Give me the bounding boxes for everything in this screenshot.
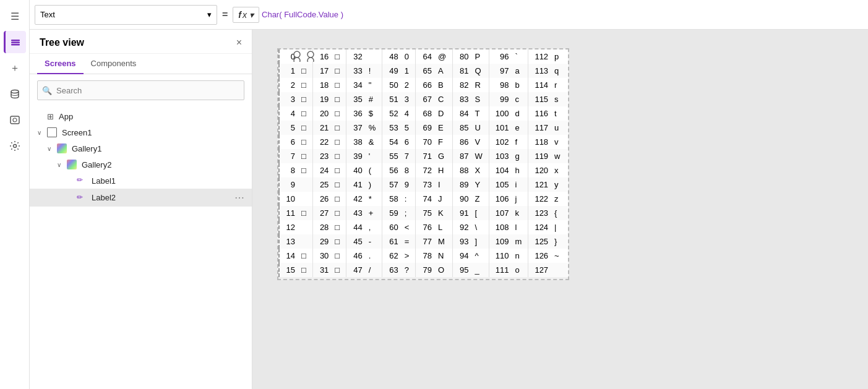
- ascii-char-cell[interactable]: -: [366, 234, 382, 249]
- ascii-number-cell[interactable]: 5: [279, 121, 299, 135]
- ascii-char-cell[interactable]: □: [299, 64, 312, 78]
- ascii-number-cell[interactable]: 84: [453, 106, 473, 121]
- ascii-number-cell[interactable]: 51: [382, 92, 402, 106]
- ascii-char-cell[interactable]: :: [402, 192, 416, 206]
- ascii-char-cell[interactable]: *: [366, 192, 382, 206]
- ascii-number-cell[interactable]: 117: [528, 121, 552, 135]
- ascii-char-cell[interactable]: n: [513, 249, 528, 263]
- ascii-char-cell[interactable]: [299, 177, 312, 192]
- ascii-char-cell[interactable]: □: [299, 121, 312, 135]
- ascii-char-cell[interactable]: [552, 263, 567, 277]
- ascii-char-cell[interactable]: □: [332, 220, 346, 234]
- ascii-char-cell[interactable]: □: [299, 78, 312, 92]
- ascii-number-cell[interactable]: 66: [416, 78, 436, 92]
- ascii-number-cell[interactable]: 99: [489, 92, 512, 106]
- ascii-number-cell[interactable]: 69: [416, 121, 436, 135]
- ascii-char-cell[interactable]: □: [299, 206, 312, 220]
- ascii-number-cell[interactable]: 77: [416, 234, 436, 249]
- tree-item-gallery1[interactable]: ∨ Gallery1: [30, 140, 252, 156]
- ascii-number-cell[interactable]: 70: [416, 135, 436, 149]
- ascii-number-cell[interactable]: 86: [453, 135, 473, 149]
- ascii-number-cell[interactable]: 115: [528, 92, 552, 106]
- ascii-number-cell[interactable]: 42: [346, 192, 366, 206]
- ascii-number-cell[interactable]: 126: [528, 249, 552, 263]
- ascii-number-cell[interactable]: 94: [453, 249, 473, 263]
- ascii-char-cell[interactable]: [299, 234, 312, 249]
- ascii-number-cell[interactable]: 12: [279, 220, 299, 234]
- ascii-char-cell[interactable]: 3: [402, 92, 416, 106]
- ascii-number-cell[interactable]: 14: [279, 249, 299, 263]
- ascii-number-cell[interactable]: 75: [416, 206, 436, 220]
- ascii-number-cell[interactable]: 27: [312, 206, 332, 220]
- ascii-number-cell[interactable]: 71: [416, 149, 436, 163]
- ascii-char-cell[interactable]: >: [402, 249, 416, 263]
- panel-close-button[interactable]: ×: [236, 37, 242, 48]
- ascii-number-cell[interactable]: 121: [528, 177, 552, 192]
- ascii-number-cell[interactable]: 101: [489, 121, 512, 135]
- ascii-number-cell[interactable]: 112: [528, 49, 552, 64]
- ascii-char-cell[interactable]: &: [366, 135, 382, 149]
- ascii-char-cell[interactable]: {: [552, 206, 567, 220]
- ascii-char-cell[interactable]: □: [299, 249, 312, 263]
- ascii-char-cell[interactable]: 8: [402, 163, 416, 177]
- ascii-char-cell[interactable]: l: [513, 220, 528, 234]
- ascii-char-cell[interactable]: b: [513, 78, 528, 92]
- ascii-number-cell[interactable]: 53: [382, 121, 402, 135]
- ascii-number-cell[interactable]: 97: [489, 64, 512, 78]
- ascii-number-cell[interactable]: 31: [312, 263, 332, 277]
- ascii-number-cell[interactable]: 95: [453, 263, 473, 277]
- ascii-number-cell[interactable]: 127: [528, 263, 552, 277]
- ascii-char-cell[interactable]: +: [366, 206, 382, 220]
- ascii-char-cell[interactable]: f: [513, 135, 528, 149]
- ascii-number-cell[interactable]: 29: [312, 234, 332, 249]
- ascii-char-cell[interactable]: □: [332, 92, 346, 106]
- tree-item-label2[interactable]: ✏ Label2 ⋯: [30, 189, 252, 207]
- ascii-number-cell[interactable]: 114: [528, 78, 552, 92]
- ascii-char-cell[interactable]: O: [436, 263, 453, 277]
- ascii-number-cell[interactable]: 54: [382, 135, 402, 149]
- ascii-char-cell[interactable]: 6: [402, 135, 416, 149]
- ascii-number-cell[interactable]: 104: [489, 163, 512, 177]
- ascii-char-cell[interactable]: [366, 49, 382, 64]
- ascii-number-cell[interactable]: 125: [528, 234, 552, 249]
- ascii-char-cell[interactable]: \: [473, 220, 489, 234]
- ascii-char-cell[interactable]: #: [366, 92, 382, 106]
- ascii-char-cell[interactable]: □: [332, 149, 346, 163]
- ascii-number-cell[interactable]: 26: [312, 192, 332, 206]
- ascii-number-cell[interactable]: 6: [279, 135, 299, 149]
- ascii-char-cell[interactable]: z: [552, 192, 567, 206]
- ascii-char-cell[interactable]: ": [366, 78, 382, 92]
- ascii-char-cell[interactable]: Y: [473, 177, 489, 192]
- ascii-char-cell[interactable]: /: [366, 263, 382, 277]
- ascii-char-cell[interactable]: (: [366, 163, 382, 177]
- ascii-char-cell[interactable]: [299, 192, 312, 206]
- ascii-char-cell[interactable]: Q: [473, 64, 489, 78]
- ascii-number-cell[interactable]: 22: [312, 135, 332, 149]
- ascii-char-cell[interactable]: □: [332, 163, 346, 177]
- ascii-char-cell[interactable]: c: [513, 92, 528, 106]
- layers-icon[interactable]: [4, 31, 26, 53]
- ascii-number-cell[interactable]: 40: [346, 163, 366, 177]
- ascii-char-cell[interactable]: □: [332, 78, 346, 92]
- ascii-number-cell[interactable]: 118: [528, 135, 552, 149]
- ascii-char-cell[interactable]: ^: [473, 249, 489, 263]
- ascii-char-cell[interactable]: B: [436, 78, 453, 92]
- ascii-char-cell[interactable]: W: [473, 149, 489, 163]
- ascii-char-cell[interactable]: `: [513, 49, 528, 64]
- ascii-char-cell[interactable]: X: [473, 163, 489, 177]
- ascii-number-cell[interactable]: 1: [279, 64, 299, 78]
- ascii-number-cell[interactable]: 59: [382, 206, 402, 220]
- ascii-char-cell[interactable]: [299, 49, 312, 64]
- media-icon[interactable]: [4, 109, 26, 131]
- ascii-number-cell[interactable]: 76: [416, 220, 436, 234]
- ascii-number-cell[interactable]: 67: [416, 92, 436, 106]
- ascii-number-cell[interactable]: 74: [416, 192, 436, 206]
- ascii-char-cell[interactable]: ~: [552, 249, 567, 263]
- ascii-char-cell[interactable]: w: [552, 149, 567, 163]
- ascii-number-cell[interactable]: 68: [416, 106, 436, 121]
- ascii-char-cell[interactable]: R: [473, 78, 489, 92]
- ascii-number-cell[interactable]: 100: [489, 106, 512, 121]
- ascii-number-cell[interactable]: 15: [279, 263, 299, 277]
- ascii-char-cell[interactable]: 7: [402, 149, 416, 163]
- plus-icon[interactable]: ＋: [4, 57, 26, 79]
